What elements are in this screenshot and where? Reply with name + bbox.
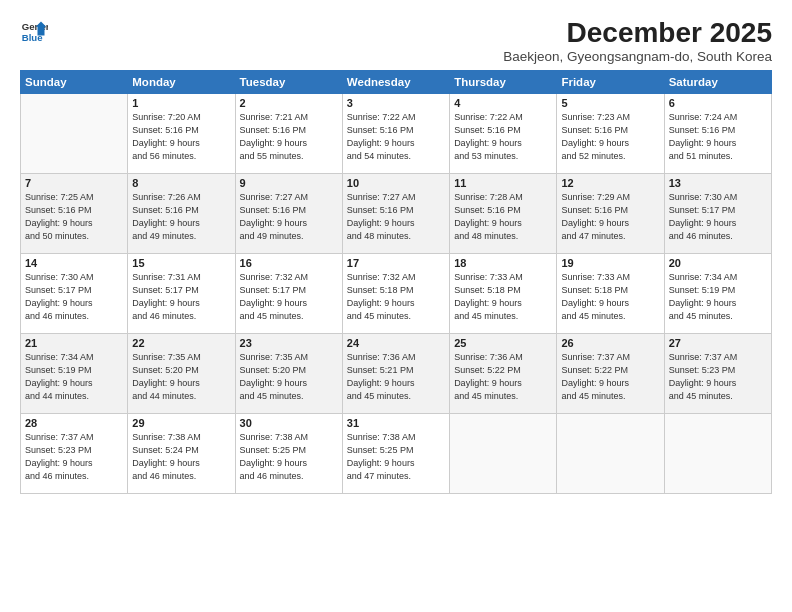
calendar-cell: 9Sunrise: 7:27 AMSunset: 5:16 PMDaylight…: [235, 173, 342, 253]
day-number: 9: [240, 177, 338, 189]
calendar-cell: 16Sunrise: 7:32 AMSunset: 5:17 PMDayligh…: [235, 253, 342, 333]
cell-info: Sunrise: 7:22 AMSunset: 5:16 PMDaylight:…: [347, 111, 445, 163]
calendar-cell: 22Sunrise: 7:35 AMSunset: 5:20 PMDayligh…: [128, 333, 235, 413]
calendar-week-row: 28Sunrise: 7:37 AMSunset: 5:23 PMDayligh…: [21, 413, 772, 493]
calendar-cell: 18Sunrise: 7:33 AMSunset: 5:18 PMDayligh…: [450, 253, 557, 333]
day-number: 3: [347, 97, 445, 109]
day-number: 20: [669, 257, 767, 269]
cell-info: Sunrise: 7:34 AMSunset: 5:19 PMDaylight:…: [669, 271, 767, 323]
logo: General Blue: [20, 18, 48, 46]
cell-info: Sunrise: 7:30 AMSunset: 5:17 PMDaylight:…: [669, 191, 767, 243]
day-number: 2: [240, 97, 338, 109]
day-number: 24: [347, 337, 445, 349]
calendar-cell: 8Sunrise: 7:26 AMSunset: 5:16 PMDaylight…: [128, 173, 235, 253]
day-number: 6: [669, 97, 767, 109]
calendar-cell: 3Sunrise: 7:22 AMSunset: 5:16 PMDaylight…: [342, 93, 449, 173]
cell-info: Sunrise: 7:36 AMSunset: 5:22 PMDaylight:…: [454, 351, 552, 403]
cell-info: Sunrise: 7:22 AMSunset: 5:16 PMDaylight:…: [454, 111, 552, 163]
day-number: 1: [132, 97, 230, 109]
cell-info: Sunrise: 7:29 AMSunset: 5:16 PMDaylight:…: [561, 191, 659, 243]
subtitle: Baekjeon, Gyeongsangnam-do, South Korea: [503, 49, 772, 64]
calendar-cell: 25Sunrise: 7:36 AMSunset: 5:22 PMDayligh…: [450, 333, 557, 413]
calendar-header-row: SundayMondayTuesdayWednesdayThursdayFrid…: [21, 70, 772, 93]
day-number: 17: [347, 257, 445, 269]
cell-info: Sunrise: 7:35 AMSunset: 5:20 PMDaylight:…: [240, 351, 338, 403]
cell-info: Sunrise: 7:33 AMSunset: 5:18 PMDaylight:…: [561, 271, 659, 323]
day-number: 26: [561, 337, 659, 349]
calendar-cell: 31Sunrise: 7:38 AMSunset: 5:25 PMDayligh…: [342, 413, 449, 493]
calendar-cell: 24Sunrise: 7:36 AMSunset: 5:21 PMDayligh…: [342, 333, 449, 413]
calendar-cell: 21Sunrise: 7:34 AMSunset: 5:19 PMDayligh…: [21, 333, 128, 413]
calendar-cell: 29Sunrise: 7:38 AMSunset: 5:24 PMDayligh…: [128, 413, 235, 493]
calendar-table: SundayMondayTuesdayWednesdayThursdayFrid…: [20, 70, 772, 494]
day-number: 31: [347, 417, 445, 429]
calendar-week-row: 7Sunrise: 7:25 AMSunset: 5:16 PMDaylight…: [21, 173, 772, 253]
day-number: 10: [347, 177, 445, 189]
calendar-week-row: 21Sunrise: 7:34 AMSunset: 5:19 PMDayligh…: [21, 333, 772, 413]
cell-info: Sunrise: 7:38 AMSunset: 5:24 PMDaylight:…: [132, 431, 230, 483]
cell-info: Sunrise: 7:37 AMSunset: 5:23 PMDaylight:…: [669, 351, 767, 403]
day-number: 19: [561, 257, 659, 269]
calendar-cell: 2Sunrise: 7:21 AMSunset: 5:16 PMDaylight…: [235, 93, 342, 173]
calendar-week-row: 14Sunrise: 7:30 AMSunset: 5:17 PMDayligh…: [21, 253, 772, 333]
cell-info: Sunrise: 7:27 AMSunset: 5:16 PMDaylight:…: [347, 191, 445, 243]
day-number: 11: [454, 177, 552, 189]
cell-info: Sunrise: 7:20 AMSunset: 5:16 PMDaylight:…: [132, 111, 230, 163]
cell-info: Sunrise: 7:37 AMSunset: 5:22 PMDaylight:…: [561, 351, 659, 403]
calendar-cell: 10Sunrise: 7:27 AMSunset: 5:16 PMDayligh…: [342, 173, 449, 253]
calendar-cell: 4Sunrise: 7:22 AMSunset: 5:16 PMDaylight…: [450, 93, 557, 173]
cell-info: Sunrise: 7:23 AMSunset: 5:16 PMDaylight:…: [561, 111, 659, 163]
header-friday: Friday: [557, 70, 664, 93]
cell-info: Sunrise: 7:36 AMSunset: 5:21 PMDaylight:…: [347, 351, 445, 403]
day-number: 29: [132, 417, 230, 429]
calendar-cell: 27Sunrise: 7:37 AMSunset: 5:23 PMDayligh…: [664, 333, 771, 413]
cell-info: Sunrise: 7:38 AMSunset: 5:25 PMDaylight:…: [240, 431, 338, 483]
calendar-cell: 19Sunrise: 7:33 AMSunset: 5:18 PMDayligh…: [557, 253, 664, 333]
calendar-cell: 6Sunrise: 7:24 AMSunset: 5:16 PMDaylight…: [664, 93, 771, 173]
calendar-cell: 23Sunrise: 7:35 AMSunset: 5:20 PMDayligh…: [235, 333, 342, 413]
cell-info: Sunrise: 7:32 AMSunset: 5:18 PMDaylight:…: [347, 271, 445, 323]
cell-info: Sunrise: 7:33 AMSunset: 5:18 PMDaylight:…: [454, 271, 552, 323]
header-sunday: Sunday: [21, 70, 128, 93]
month-title: December 2025: [503, 18, 772, 49]
cell-info: Sunrise: 7:27 AMSunset: 5:16 PMDaylight:…: [240, 191, 338, 243]
cell-info: Sunrise: 7:21 AMSunset: 5:16 PMDaylight:…: [240, 111, 338, 163]
calendar-cell: 14Sunrise: 7:30 AMSunset: 5:17 PMDayligh…: [21, 253, 128, 333]
day-number: 22: [132, 337, 230, 349]
day-number: 21: [25, 337, 123, 349]
cell-info: Sunrise: 7:25 AMSunset: 5:16 PMDaylight:…: [25, 191, 123, 243]
cell-info: Sunrise: 7:38 AMSunset: 5:25 PMDaylight:…: [347, 431, 445, 483]
day-number: 16: [240, 257, 338, 269]
day-number: 13: [669, 177, 767, 189]
calendar-cell: 5Sunrise: 7:23 AMSunset: 5:16 PMDaylight…: [557, 93, 664, 173]
day-number: 27: [669, 337, 767, 349]
day-number: 18: [454, 257, 552, 269]
cell-info: Sunrise: 7:37 AMSunset: 5:23 PMDaylight:…: [25, 431, 123, 483]
day-number: 5: [561, 97, 659, 109]
calendar-cell: 26Sunrise: 7:37 AMSunset: 5:22 PMDayligh…: [557, 333, 664, 413]
day-number: 23: [240, 337, 338, 349]
day-number: 28: [25, 417, 123, 429]
header-thursday: Thursday: [450, 70, 557, 93]
calendar-cell: 12Sunrise: 7:29 AMSunset: 5:16 PMDayligh…: [557, 173, 664, 253]
calendar-cell: 13Sunrise: 7:30 AMSunset: 5:17 PMDayligh…: [664, 173, 771, 253]
calendar-cell: 11Sunrise: 7:28 AMSunset: 5:16 PMDayligh…: [450, 173, 557, 253]
calendar-cell: [557, 413, 664, 493]
day-number: 4: [454, 97, 552, 109]
header-monday: Monday: [128, 70, 235, 93]
calendar-cell: [664, 413, 771, 493]
calendar-cell: 28Sunrise: 7:37 AMSunset: 5:23 PMDayligh…: [21, 413, 128, 493]
cell-info: Sunrise: 7:24 AMSunset: 5:16 PMDaylight:…: [669, 111, 767, 163]
calendar-cell: 15Sunrise: 7:31 AMSunset: 5:17 PMDayligh…: [128, 253, 235, 333]
calendar-cell: 7Sunrise: 7:25 AMSunset: 5:16 PMDaylight…: [21, 173, 128, 253]
day-number: 15: [132, 257, 230, 269]
day-number: 12: [561, 177, 659, 189]
calendar-cell: 30Sunrise: 7:38 AMSunset: 5:25 PMDayligh…: [235, 413, 342, 493]
calendar-cell: 17Sunrise: 7:32 AMSunset: 5:18 PMDayligh…: [342, 253, 449, 333]
cell-info: Sunrise: 7:30 AMSunset: 5:17 PMDaylight:…: [25, 271, 123, 323]
cell-info: Sunrise: 7:31 AMSunset: 5:17 PMDaylight:…: [132, 271, 230, 323]
header-saturday: Saturday: [664, 70, 771, 93]
header-wednesday: Wednesday: [342, 70, 449, 93]
day-number: 25: [454, 337, 552, 349]
cell-info: Sunrise: 7:28 AMSunset: 5:16 PMDaylight:…: [454, 191, 552, 243]
